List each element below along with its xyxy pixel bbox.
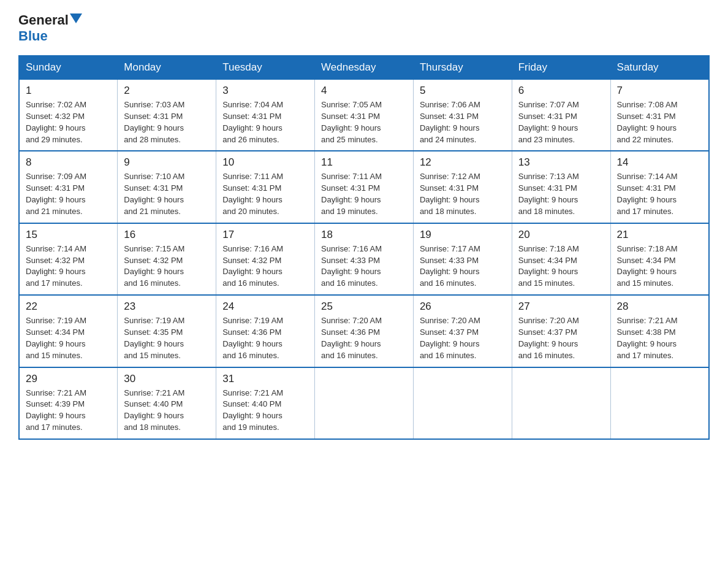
- calendar-cell: 21 Sunrise: 7:18 AM Sunset: 4:34 PM Dayl…: [610, 223, 709, 295]
- logo-triangle-icon: [70, 13, 82, 23]
- day-info: Sunrise: 7:21 AM Sunset: 4:39 PM Dayligh…: [26, 388, 111, 434]
- day-info: Sunrise: 7:20 AM Sunset: 4:36 PM Dayligh…: [321, 315, 407, 361]
- day-number: 29: [26, 373, 111, 385]
- calendar-cell: [610, 367, 709, 439]
- day-number: 25: [321, 301, 407, 313]
- calendar-cell: [512, 367, 610, 439]
- calendar-cell: 6 Sunrise: 7:07 AM Sunset: 4:31 PM Dayli…: [512, 79, 610, 151]
- calendar-cell: 28 Sunrise: 7:21 AM Sunset: 4:38 PM Dayl…: [610, 295, 709, 367]
- day-info: Sunrise: 7:14 AM Sunset: 4:32 PM Dayligh…: [26, 243, 111, 289]
- day-number: 20: [518, 229, 604, 241]
- day-info: Sunrise: 7:08 AM Sunset: 4:31 PM Dayligh…: [617, 99, 702, 145]
- day-info: Sunrise: 7:13 AM Sunset: 4:31 PM Dayligh…: [518, 171, 604, 217]
- day-number: 31: [222, 373, 308, 385]
- calendar-day-header: Wednesday: [315, 56, 414, 79]
- calendar-cell: 10 Sunrise: 7:11 AM Sunset: 4:31 PM Dayl…: [216, 151, 315, 223]
- day-info: Sunrise: 7:06 AM Sunset: 4:31 PM Dayligh…: [420, 99, 506, 145]
- calendar-cell: 4 Sunrise: 7:05 AM Sunset: 4:31 PM Dayli…: [315, 79, 414, 151]
- calendar-cell: 5 Sunrise: 7:06 AM Sunset: 4:31 PM Dayli…: [413, 79, 512, 151]
- day-info: Sunrise: 7:03 AM Sunset: 4:31 PM Dayligh…: [124, 99, 210, 145]
- calendar-cell: 30 Sunrise: 7:21 AM Sunset: 4:40 PM Dayl…: [118, 367, 216, 439]
- day-info: Sunrise: 7:19 AM Sunset: 4:36 PM Dayligh…: [222, 315, 308, 361]
- calendar-day-header: Sunday: [19, 56, 118, 79]
- calendar-cell: 29 Sunrise: 7:21 AM Sunset: 4:39 PM Dayl…: [19, 367, 118, 439]
- calendar-cell: 24 Sunrise: 7:19 AM Sunset: 4:36 PM Dayl…: [216, 295, 315, 367]
- calendar-day-header: Monday: [118, 56, 216, 79]
- calendar-cell: [413, 367, 512, 439]
- day-number: 8: [26, 156, 111, 169]
- day-info: Sunrise: 7:20 AM Sunset: 4:37 PM Dayligh…: [518, 315, 604, 361]
- day-number: 7: [617, 85, 702, 97]
- day-number: 13: [518, 156, 604, 169]
- calendar-cell: 22 Sunrise: 7:19 AM Sunset: 4:34 PM Dayl…: [19, 295, 118, 367]
- day-number: 28: [617, 301, 702, 313]
- day-info: Sunrise: 7:21 AM Sunset: 4:38 PM Dayligh…: [617, 315, 702, 361]
- calendar-cell: 31 Sunrise: 7:21 AM Sunset: 4:40 PM Dayl…: [216, 367, 315, 439]
- calendar-cell: 12 Sunrise: 7:12 AM Sunset: 4:31 PM Dayl…: [413, 151, 512, 223]
- day-number: 11: [321, 156, 407, 169]
- calendar-cell: 26 Sunrise: 7:20 AM Sunset: 4:37 PM Dayl…: [413, 295, 512, 367]
- day-number: 21: [617, 229, 702, 241]
- day-number: 3: [222, 85, 308, 97]
- calendar-week-row: 29 Sunrise: 7:21 AM Sunset: 4:39 PM Dayl…: [19, 367, 709, 439]
- day-number: 5: [420, 85, 506, 97]
- calendar-day-header: Thursday: [413, 56, 512, 79]
- calendar-week-row: 8 Sunrise: 7:09 AM Sunset: 4:31 PM Dayli…: [19, 151, 709, 223]
- calendar-cell: 19 Sunrise: 7:17 AM Sunset: 4:33 PM Dayl…: [413, 223, 512, 295]
- day-info: Sunrise: 7:17 AM Sunset: 4:33 PM Dayligh…: [420, 243, 506, 289]
- day-info: Sunrise: 7:14 AM Sunset: 4:31 PM Dayligh…: [617, 171, 702, 217]
- day-number: 19: [420, 229, 506, 241]
- day-info: Sunrise: 7:07 AM Sunset: 4:31 PM Dayligh…: [518, 99, 604, 145]
- day-number: 15: [26, 229, 111, 241]
- day-number: 30: [124, 373, 210, 385]
- day-info: Sunrise: 7:12 AM Sunset: 4:31 PM Dayligh…: [420, 171, 506, 217]
- calendar-cell: 1 Sunrise: 7:02 AM Sunset: 4:32 PM Dayli…: [19, 79, 118, 151]
- calendar-cell: 18 Sunrise: 7:16 AM Sunset: 4:33 PM Dayl…: [315, 223, 414, 295]
- calendar-cell: 27 Sunrise: 7:20 AM Sunset: 4:37 PM Dayl…: [512, 295, 610, 367]
- day-info: Sunrise: 7:15 AM Sunset: 4:32 PM Dayligh…: [124, 243, 210, 289]
- logo: General Blue: [18, 12, 82, 44]
- day-info: Sunrise: 7:04 AM Sunset: 4:31 PM Dayligh…: [222, 99, 308, 145]
- day-info: Sunrise: 7:11 AM Sunset: 4:31 PM Dayligh…: [222, 171, 308, 217]
- day-info: Sunrise: 7:05 AM Sunset: 4:31 PM Dayligh…: [321, 99, 407, 145]
- day-number: 27: [518, 301, 604, 313]
- day-number: 17: [222, 229, 308, 241]
- calendar-cell: 9 Sunrise: 7:10 AM Sunset: 4:31 PM Dayli…: [118, 151, 216, 223]
- calendar-cell: 13 Sunrise: 7:13 AM Sunset: 4:31 PM Dayl…: [512, 151, 610, 223]
- day-number: 2: [124, 85, 210, 97]
- calendar-cell: 20 Sunrise: 7:18 AM Sunset: 4:34 PM Dayl…: [512, 223, 610, 295]
- day-info: Sunrise: 7:21 AM Sunset: 4:40 PM Dayligh…: [124, 388, 210, 434]
- day-number: 18: [321, 229, 407, 241]
- page-header: General Blue: [18, 12, 710, 44]
- logo-general-text: General: [18, 12, 69, 28]
- day-info: Sunrise: 7:19 AM Sunset: 4:35 PM Dayligh…: [124, 315, 210, 361]
- day-info: Sunrise: 7:10 AM Sunset: 4:31 PM Dayligh…: [124, 171, 210, 217]
- day-number: 9: [124, 156, 210, 169]
- day-info: Sunrise: 7:19 AM Sunset: 4:34 PM Dayligh…: [26, 315, 111, 361]
- day-info: Sunrise: 7:18 AM Sunset: 4:34 PM Dayligh…: [518, 243, 604, 289]
- calendar-cell: 16 Sunrise: 7:15 AM Sunset: 4:32 PM Dayl…: [118, 223, 216, 295]
- day-info: Sunrise: 7:21 AM Sunset: 4:40 PM Dayligh…: [222, 388, 308, 434]
- day-info: Sunrise: 7:16 AM Sunset: 4:33 PM Dayligh…: [321, 243, 407, 289]
- day-number: 24: [222, 301, 308, 313]
- calendar-cell: 2 Sunrise: 7:03 AM Sunset: 4:31 PM Dayli…: [118, 79, 216, 151]
- day-number: 22: [26, 301, 111, 313]
- calendar-cell: 15 Sunrise: 7:14 AM Sunset: 4:32 PM Dayl…: [19, 223, 118, 295]
- calendar-day-header: Saturday: [610, 56, 709, 79]
- calendar-day-header: Tuesday: [216, 56, 315, 79]
- day-number: 14: [617, 156, 702, 169]
- calendar-cell: 11 Sunrise: 7:11 AM Sunset: 4:31 PM Dayl…: [315, 151, 414, 223]
- calendar-cell: 3 Sunrise: 7:04 AM Sunset: 4:31 PM Dayli…: [216, 79, 315, 151]
- calendar-week-row: 22 Sunrise: 7:19 AM Sunset: 4:34 PM Dayl…: [19, 295, 709, 367]
- day-number: 10: [222, 156, 308, 169]
- calendar-week-row: 15 Sunrise: 7:14 AM Sunset: 4:32 PM Dayl…: [19, 223, 709, 295]
- day-number: 4: [321, 85, 407, 97]
- calendar-cell: 8 Sunrise: 7:09 AM Sunset: 4:31 PM Dayli…: [19, 151, 118, 223]
- day-number: 6: [518, 85, 604, 97]
- day-info: Sunrise: 7:11 AM Sunset: 4:31 PM Dayligh…: [321, 171, 407, 217]
- day-number: 23: [124, 301, 210, 313]
- day-number: 12: [420, 156, 506, 169]
- day-info: Sunrise: 7:16 AM Sunset: 4:32 PM Dayligh…: [222, 243, 308, 289]
- calendar-cell: 25 Sunrise: 7:20 AM Sunset: 4:36 PM Dayl…: [315, 295, 414, 367]
- day-number: 26: [420, 301, 506, 313]
